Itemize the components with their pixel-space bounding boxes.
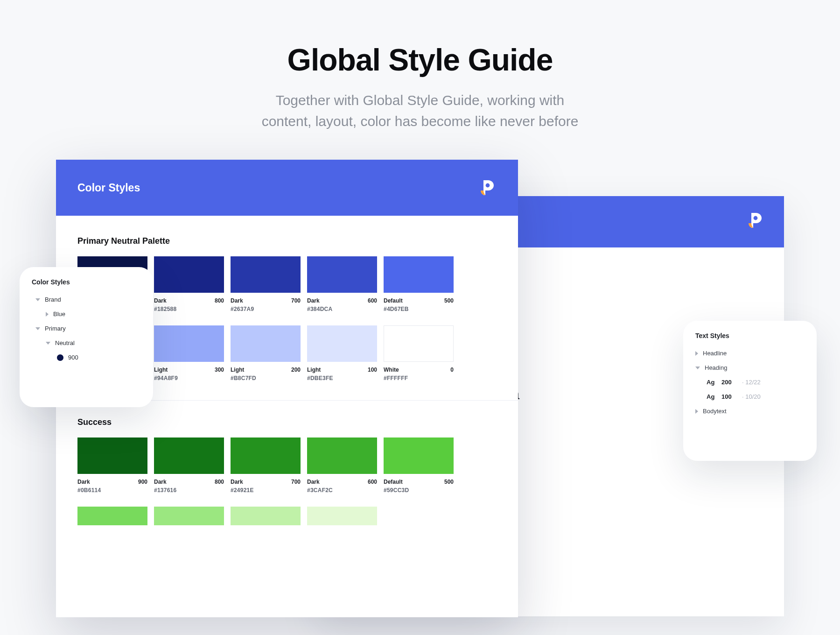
tree-item-primary[interactable]: Primary [35, 321, 141, 336]
text-style-headline[interactable]: Headline [695, 346, 805, 360]
chevron-down-icon [35, 327, 40, 330]
color-swatch[interactable]: White0#FFFFFF [384, 325, 454, 381]
color-chip [307, 437, 377, 474]
color-styles-title: Color Styles [77, 182, 140, 194]
color-chip [77, 507, 147, 525]
color-swatch[interactable] [154, 507, 224, 525]
text-style-bodytext[interactable]: Bodytext [695, 404, 805, 418]
swatch-name: White [384, 367, 399, 373]
color-swatch[interactable] [231, 507, 301, 525]
swatch-meta: Light200 [231, 367, 301, 373]
swatch-hex: #B8C7FD [231, 375, 301, 381]
swatch-meta: Dark900 [77, 479, 147, 485]
swatch-name: Light [231, 367, 244, 373]
color-swatch[interactable]: Light200#B8C7FD [231, 325, 301, 381]
swatch-value: 700 [291, 297, 301, 304]
chevron-right-icon [46, 312, 49, 317]
color-chip [154, 507, 224, 525]
stage: e lazy dog r the lazy dog over the lazy … [56, 160, 784, 617]
svg-point-1 [486, 183, 490, 188]
swatch-value: 200 [291, 367, 301, 373]
text-styles-panel: Text Styles Headline Heading Ag 200 · 12… [683, 321, 817, 461]
color-chip [154, 437, 224, 474]
tree-label: Neutral [55, 339, 75, 346]
color-chip [307, 256, 377, 293]
swatch-name: Dark [231, 297, 243, 304]
color-swatch[interactable]: Dark800#182588 [154, 256, 224, 312]
swatch-name: Dark [307, 297, 320, 304]
swatch-name: Dark [77, 479, 90, 485]
swatch-meta: Default500 [384, 479, 454, 485]
tree-label: Primary [45, 325, 66, 332]
color-chip [307, 507, 377, 525]
swatch-hex: #4D67EB [384, 306, 454, 312]
chevron-down-icon [695, 367, 700, 369]
color-chip [231, 507, 301, 525]
text-style-heading-100[interactable]: Ag 100 · 10/20 [707, 389, 805, 404]
swatch-hex: #137616 [154, 487, 224, 494]
swatch-hex: #182588 [154, 306, 224, 312]
subtitle-line-1: Together with Global Style Guide, workin… [0, 90, 840, 111]
color-chip [384, 256, 454, 293]
color-chip [307, 325, 377, 362]
color-swatch[interactable]: Dark700#24921E [231, 437, 301, 494]
color-swatch[interactable]: Default500#4D67EB [384, 256, 454, 312]
swatch-meta: Dark600 [307, 479, 377, 485]
color-swatch[interactable] [77, 507, 147, 525]
chevron-down-icon [46, 342, 50, 345]
swatch-meta: Dark600 [307, 297, 377, 304]
color-swatch[interactable]: Light100#DBE3FE [307, 325, 377, 381]
swatch-value: 100 [368, 367, 377, 373]
tree-item-neutral[interactable]: Neutral [46, 336, 141, 350]
text-style-heading[interactable]: Heading [695, 360, 805, 375]
hero: Global Style Guide Together with Global … [0, 0, 840, 132]
color-chip [154, 256, 224, 293]
swatch-meta: Light300 [154, 367, 224, 373]
swatch-dot-icon [57, 354, 63, 361]
color-swatch[interactable]: Default500#59CC3D [384, 437, 454, 494]
swatch-meta: Dark700 [231, 297, 301, 304]
tree-label: Blue [53, 310, 65, 318]
swatch-meta: Dark700 [231, 479, 301, 485]
color-chip [231, 256, 301, 293]
text-style-heading-200[interactable]: Ag 200 · 12/22 [707, 375, 805, 389]
color-swatch[interactable]: Dark700#2637A9 [231, 256, 301, 312]
tree-item-blue[interactable]: Blue [46, 307, 141, 321]
swatch-meta: Light100 [307, 367, 377, 373]
swatch-hex: #24921E [231, 487, 301, 494]
swatch-hex: #DBE3FE [307, 375, 377, 381]
text-style-label: Heading [705, 364, 727, 371]
color-swatch[interactable]: Dark600#3CAF2C [307, 437, 377, 494]
text-styles-list: Headline Heading Ag 200 · 12/22 Ag 100 ·… [695, 346, 805, 418]
color-chip [384, 325, 454, 362]
swatch-value: 800 [215, 297, 224, 304]
color-styles-tree-panel: Color Styles Brand Blue Primary Neutral … [20, 267, 153, 407]
chevron-right-icon [695, 409, 698, 414]
color-swatch[interactable] [307, 507, 377, 525]
swatch-hex: #FFFFFF [384, 375, 454, 381]
swatch-name: Dark [307, 479, 320, 485]
color-swatch[interactable]: Dark900#0B6114 [77, 437, 147, 494]
swatch-value: 500 [444, 297, 454, 304]
svg-point-0 [754, 216, 758, 220]
swatch-meta: Dark800 [154, 297, 224, 304]
color-chip [231, 325, 301, 362]
success-row-1: Dark900#0B6114Dark800#137616Dark700#2492… [77, 437, 497, 494]
tree-label: 900 [68, 354, 78, 361]
swatch-value: 300 [215, 367, 224, 373]
swatch-value: 800 [215, 479, 224, 485]
weight-value: 200 [721, 379, 737, 386]
color-chip [231, 437, 301, 474]
text-styles-title: Text Styles [695, 332, 805, 339]
swatch-value: 600 [368, 479, 377, 485]
swatch-value: 900 [138, 479, 147, 485]
chevron-down-icon [35, 298, 40, 301]
color-swatch[interactable]: Dark600#384DCA [307, 256, 377, 312]
swatch-hex: #2637A9 [231, 306, 301, 312]
color-swatch[interactable]: Dark800#137616 [154, 437, 224, 494]
swatch-hex: #94A8F9 [154, 375, 224, 381]
tree-item-900[interactable]: 900 [57, 350, 141, 365]
success-row-2 [77, 507, 497, 525]
tree-item-brand[interactable]: Brand [35, 292, 141, 307]
color-swatch[interactable]: Light300#94A8F9 [154, 325, 224, 381]
